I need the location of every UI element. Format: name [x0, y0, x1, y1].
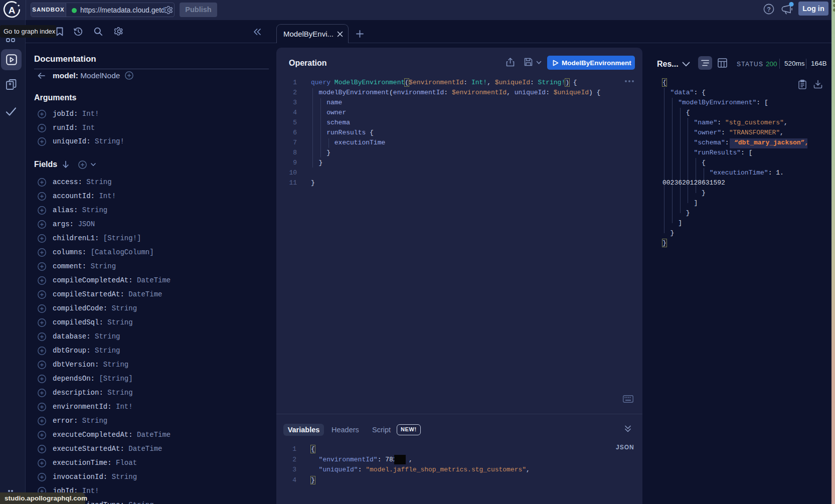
svg-text:A: A	[9, 5, 16, 16]
svg-text:?: ?	[767, 6, 771, 13]
